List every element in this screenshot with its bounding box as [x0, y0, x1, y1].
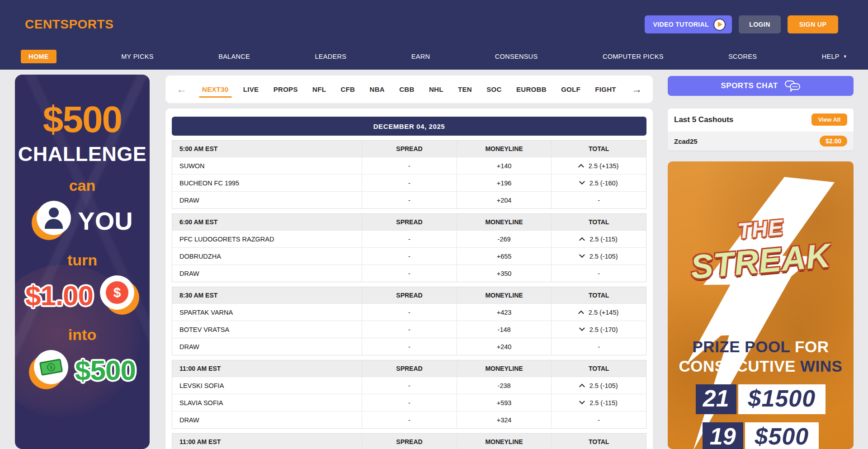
moneyline-value[interactable]: +204 — [457, 192, 552, 208]
tab-golf[interactable]: GOLF — [561, 80, 580, 99]
consecutive-wins-line: CONSECUTIVE WINS — [668, 357, 854, 375]
tabs-scroll-right-icon[interactable]: → — [630, 83, 644, 95]
nav-item-scores[interactable]: SCORES — [728, 50, 757, 63]
sport-tabs: NEXT30LIVEPROPSNFLCFBNBACBBNHLTENSOCEURO… — [189, 80, 630, 99]
tab-eurobb[interactable]: EUROBB — [516, 80, 547, 99]
moneyline-value[interactable]: +196 — [457, 175, 552, 191]
moneyline-value[interactable]: +423 — [457, 304, 552, 321]
table-row[interactable]: SLAVIA SOFIA-+5932.5 (-115) — [172, 394, 646, 411]
promo-you-text: YOU — [78, 206, 132, 236]
spread-value[interactable]: - — [362, 192, 457, 208]
column-header-spread: SPREAD — [362, 287, 457, 303]
total-value[interactable]: - — [551, 411, 646, 428]
tab-ten[interactable]: TEN — [458, 80, 472, 99]
tab-nfl[interactable]: NFL — [312, 80, 326, 99]
moneyline-value[interactable]: -269 — [457, 231, 552, 247]
moneyline-value[interactable]: -148 — [457, 321, 552, 338]
nav-item-balance[interactable]: BALANCE — [218, 50, 250, 63]
table-row[interactable]: DRAW-+350- — [172, 265, 646, 282]
tab-nba[interactable]: NBA — [370, 80, 385, 99]
table-row[interactable]: SUWON-+1402.5 (+135) — [172, 157, 646, 174]
video-tutorial-button[interactable]: VIDEO TUTORIAL — [645, 15, 732, 33]
team-name: DRAW — [172, 338, 362, 355]
spread-value[interactable]: - — [362, 304, 457, 321]
column-header-moneyline: MONEYLINE — [457, 141, 552, 157]
column-header-moneyline: MONEYLINE — [457, 287, 552, 303]
tab-next30[interactable]: NEXT30 — [202, 80, 229, 99]
nav-item-computer-picks[interactable]: COMPUTER PICKS — [603, 50, 664, 63]
total-value[interactable]: 2.5 (-170) — [551, 321, 646, 338]
total-value[interactable]: 2.5 (-105) — [551, 248, 646, 265]
moneyline-value[interactable]: -238 — [457, 377, 552, 394]
table-row[interactable]: PFC LUDOGORETS RAZGRAD--2692.5 (-115) — [172, 230, 646, 247]
table-row[interactable]: DOBRUDZHA-+6552.5 (-105) — [172, 247, 646, 265]
nav-item-label: COMPUTER PICKS — [603, 53, 664, 60]
spread-value[interactable]: - — [362, 157, 457, 174]
nav-item-my-picks[interactable]: MY PICKS — [121, 50, 153, 63]
moneyline-value[interactable]: +140 — [457, 157, 552, 174]
view-all-button[interactable]: View All — [811, 113, 847, 126]
nav-item-help[interactable]: HELP▼ — [822, 50, 847, 63]
total-line: 2.5 (+135) — [589, 162, 619, 170]
spread-value[interactable]: - — [362, 231, 457, 247]
spread-value[interactable]: - — [362, 377, 457, 394]
spread-value[interactable]: - — [362, 338, 457, 355]
spread-value[interactable]: - — [362, 265, 457, 282]
total-value[interactable]: 2.5 (+145) — [551, 304, 646, 321]
brand-logo[interactable]: CENTSPORTS — [25, 17, 113, 32]
moneyline-value[interactable]: +655 — [457, 248, 552, 265]
column-header-spread: SPREAD — [362, 214, 457, 230]
games-list: 5:00 AM ESTSPREADMONEYLINETOTALSUWON-+14… — [172, 140, 646, 449]
total-value[interactable]: 2.5 (-160) — [551, 175, 646, 191]
table-row[interactable]: DRAW-+240- — [172, 338, 646, 355]
play-icon — [713, 19, 726, 31]
tabs-scroll-left-icon[interactable]: ← — [175, 83, 189, 95]
total-value[interactable]: 2.5 (-115) — [551, 394, 646, 411]
game-table: 11:00 AM ESTSPREADMONEYLINETOTALLEVSKI S… — [172, 360, 646, 429]
table-row[interactable]: DRAW-+324- — [172, 411, 646, 428]
cashouts-title: Last 5 Cashouts — [674, 115, 733, 124]
total-value[interactable]: - — [551, 338, 646, 355]
tab-live[interactable]: LIVE — [243, 80, 259, 99]
nav-item-home[interactable]: HOME — [21, 50, 57, 63]
promo-can-text: can — [15, 177, 150, 194]
nav-item-consensus[interactable]: CONSENSUS — [495, 50, 538, 63]
moneyline-value[interactable]: +593 — [457, 394, 552, 411]
tab-cfb[interactable]: CFB — [340, 80, 355, 99]
table-row[interactable]: DRAW-+204- — [172, 191, 646, 208]
total-value[interactable]: 2.5 (+135) — [551, 157, 646, 174]
spread-value[interactable]: - — [362, 175, 457, 191]
moneyline-value[interactable]: +350 — [457, 265, 552, 282]
column-header-spread: SPREAD — [362, 141, 457, 157]
nav-item-label: SCORES — [728, 53, 757, 60]
login-button[interactable]: LOGIN — [739, 15, 781, 33]
tab-props[interactable]: PROPS — [274, 80, 298, 99]
total-value[interactable]: - — [551, 265, 646, 282]
nav-item-leaders[interactable]: LEADERS — [315, 50, 346, 63]
spread-value[interactable]: - — [362, 248, 457, 265]
table-row[interactable]: BUCHEON FC 1995-+1962.5 (-160) — [172, 174, 646, 191]
challenge-promo-banner[interactable]: $500 CHALLENGE can YOU turn $1.00 $ into… — [15, 75, 150, 449]
total-value[interactable]: 2.5 (-115) — [551, 231, 646, 247]
game-table: 11:00 AM ESTSPREADMONEYLINETOTALCRACOVIA… — [172, 433, 646, 449]
moneyline-value[interactable]: +324 — [457, 411, 552, 428]
tab-cbb[interactable]: CBB — [399, 80, 414, 99]
streak-promo-banner[interactable]: THE STREAK PRIZE POOL FOR CONSECUTIVE WI… — [668, 161, 854, 449]
tab-fight[interactable]: FIGHT — [595, 80, 616, 99]
total-value[interactable]: 2.5 (-105) — [551, 377, 646, 394]
total-value[interactable]: - — [551, 192, 646, 208]
spread-value[interactable]: - — [362, 394, 457, 411]
promo-into-text: into — [15, 326, 150, 344]
table-row[interactable]: LEVSKI SOFIA--2382.5 (-105) — [172, 377, 646, 394]
tab-soc[interactable]: SOC — [486, 80, 501, 99]
tab-nhl[interactable]: NHL — [429, 80, 443, 99]
table-row[interactable]: SPARTAK VARNA-+4232.5 (+145) — [172, 303, 646, 321]
sports-chat-button[interactable]: SPORTS CHAT — [668, 76, 854, 96]
moneyline-value[interactable]: +240 — [457, 338, 552, 355]
spread-value[interactable]: - — [362, 411, 457, 428]
signup-button[interactable]: SIGN UP — [788, 15, 838, 33]
nav-item-earn[interactable]: EARN — [411, 50, 430, 63]
cashout-row[interactable]: Zcad25$2.00 — [668, 132, 854, 151]
spread-value[interactable]: - — [362, 321, 457, 338]
table-row[interactable]: BOTEV VRATSA--1482.5 (-170) — [172, 321, 646, 338]
